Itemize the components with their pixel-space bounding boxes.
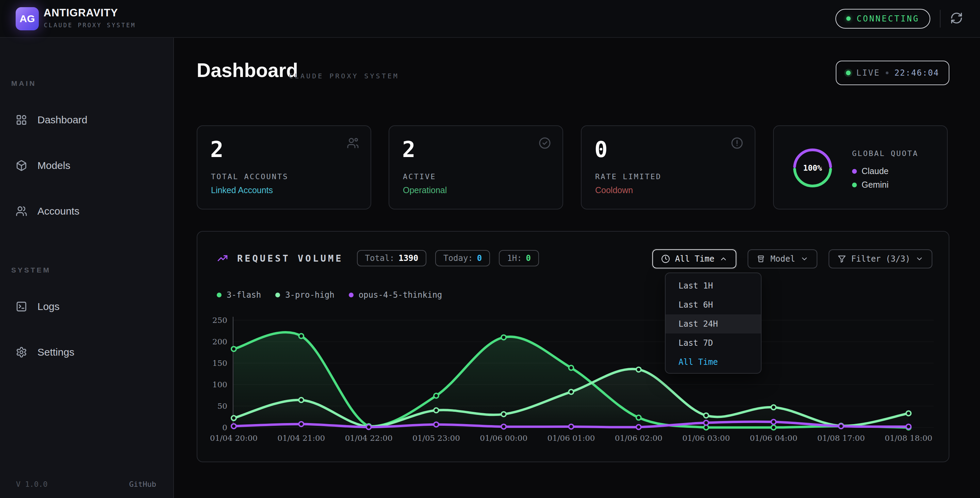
quota-legend-label: Gemini: [862, 180, 888, 190]
live-status-badge: LIVE 22:46:04: [836, 61, 950, 85]
github-link[interactable]: GitHub: [129, 480, 156, 488]
live-time: 22:46:04: [894, 68, 939, 78]
connection-status-label: CONNECTING: [857, 14, 920, 24]
dropdown-item-last-6h[interactable]: Last 6H: [666, 295, 761, 314]
quota-legend-claude: Claude: [852, 166, 888, 176]
quota-percent: 100%: [791, 147, 834, 189]
page-title: Dashboard: [197, 59, 298, 81]
separator-dot: [886, 72, 888, 74]
stat-card-rate-limited: 0 RATE LIMITED Cooldown: [581, 125, 756, 209]
svg-text:01/06 01:00: 01/06 01:00: [547, 434, 595, 442]
stat-label: TOTAL ACCOUNTS: [211, 172, 288, 181]
svg-text:01/06 02:00: 01/06 02:00: [615, 434, 662, 442]
svg-text:01/05 23:00: 01/05 23:00: [412, 434, 460, 442]
app-version: V 1.0.0: [16, 480, 48, 488]
model-filter-button[interactable]: Model: [748, 249, 817, 268]
sidebar-section-main: MAIN: [11, 79, 37, 88]
topbar-right: CONNECTING: [835, 0, 963, 37]
stat-label: ACTIVE: [403, 172, 436, 181]
svg-text:01/06 00:00: 01/06 00:00: [480, 434, 527, 442]
dropdown-item-last-1h[interactable]: Last 1H: [666, 276, 761, 295]
live-dot-icon: [846, 70, 851, 75]
dropdown-item-last-7d[interactable]: Last 7D: [666, 334, 761, 353]
svg-text:01/04 22:00: 01/04 22:00: [345, 434, 393, 442]
svg-text:0: 0: [222, 423, 227, 432]
terminal-icon: [16, 301, 27, 312]
connection-status-badge: CONNECTING: [835, 9, 931, 29]
stat-label: RATE LIMITED: [595, 172, 662, 181]
svg-text:01/06 03:00: 01/06 03:00: [682, 434, 730, 442]
badge-label: Today:: [443, 254, 473, 263]
dropdown-item-last-24h[interactable]: Last 24H: [666, 314, 761, 334]
time-range-dropdown: Last 1H Last 6H Last 24H Last 7D All Tim…: [665, 273, 762, 374]
refresh-button[interactable]: [950, 11, 963, 26]
hour-badge: 1H: 0: [499, 250, 539, 267]
status-dot-icon: [846, 16, 851, 21]
svg-text:150: 150: [212, 359, 227, 367]
page-subtitle: CLAUDE PROXY SYSTEM: [289, 72, 399, 80]
sidebar: MAIN Dashboard Models Accounts SYSTEM Lo: [0, 38, 174, 498]
sidebar-item-dashboard[interactable]: Dashboard: [5, 109, 169, 131]
svg-text:200: 200: [212, 337, 227, 346]
box-icon: [756, 254, 765, 263]
stat-card-active: 2 ACTIVE Operational: [388, 125, 563, 209]
svg-text:01/04 21:00: 01/04 21:00: [277, 434, 325, 442]
total-badge: Total: 1390: [357, 250, 427, 267]
divider: [940, 10, 940, 27]
sidebar-item-label: Settings: [37, 346, 74, 358]
chevron-down-icon: [800, 255, 808, 263]
svg-text:50: 50: [218, 402, 227, 410]
dropdown-item-all-time[interactable]: All Time: [666, 353, 761, 372]
main-content: Dashboard CLAUDE PROXY SYSTEM LIVE 22:46…: [174, 38, 980, 498]
sidebar-item-models[interactable]: Models: [5, 154, 169, 177]
series-dot-icon: [275, 293, 280, 297]
series-dot-icon: [349, 293, 353, 297]
refresh-icon: [950, 11, 963, 26]
stat-value: 2: [210, 137, 224, 162]
svg-text:01/06 04:00: 01/06 04:00: [749, 434, 797, 442]
sidebar-item-label: Models: [37, 160, 70, 171]
app-title: ANTIGRAVITY: [43, 7, 118, 19]
quota-label: GLOBAL QUOTA: [852, 149, 918, 158]
chart-controls: All Time Model: [652, 249, 932, 268]
sidebar-item-label: Logs: [37, 301, 60, 312]
time-range-label: All Time: [675, 254, 714, 263]
chart-legend: 3-flash 3-pro-high opus-4-5-thinking: [217, 290, 442, 300]
chart-title: REQUEST VOLUME: [237, 253, 343, 263]
sidebar-item-logs[interactable]: Logs: [5, 295, 169, 318]
sidebar-item-accounts[interactable]: Accounts: [5, 200, 169, 222]
sidebar-item-label: Accounts: [37, 205, 79, 217]
global-quota-card: 100% GLOBAL QUOTA Claude Gemini: [773, 125, 948, 209]
svg-text:250: 250: [212, 316, 227, 325]
app-subtitle: CLAUDE PROXY SYSTEM: [44, 22, 136, 29]
cube-icon: [16, 160, 27, 171]
chevron-up-icon: [719, 255, 727, 263]
live-label: LIVE: [856, 68, 880, 78]
sidebar-section-system: SYSTEM: [11, 266, 51, 274]
funnel-icon: [837, 254, 846, 263]
stat-value: 0: [595, 137, 608, 162]
legend-item-opus: opus-4-5-thinking: [349, 290, 442, 300]
quota-ring: 100%: [791, 147, 834, 189]
sidebar-item-settings[interactable]: Settings: [5, 341, 169, 364]
gemini-dot-icon: [852, 183, 857, 187]
claude-dot-icon: [852, 169, 857, 174]
time-range-button[interactable]: All Time: [652, 249, 737, 268]
badge-label: Total:: [365, 254, 395, 263]
today-badge: Today: 0: [435, 250, 490, 267]
stat-sublabel: Linked Accounts: [211, 185, 273, 195]
legend-label: 3-pro-high: [285, 290, 334, 300]
stat-sublabel: Operational: [403, 185, 447, 195]
topbar: AG ANTIGRAVITY CLAUDE PROXY SYSTEM CONNE…: [0, 0, 980, 38]
filter-button[interactable]: Filter (3/3): [829, 249, 932, 268]
trending-up-icon: [217, 252, 228, 264]
legend-item-3-flash: 3-flash: [217, 290, 261, 300]
stat-value: 2: [402, 137, 415, 162]
badge-value: 0: [526, 254, 531, 263]
svg-text:01/08 17:00: 01/08 17:00: [817, 434, 865, 442]
sidebar-item-label: Dashboard: [37, 114, 88, 126]
app-logo: AG: [16, 7, 39, 30]
logo-text: AG: [20, 13, 35, 24]
badge-value: 1390: [398, 254, 418, 263]
gear-icon: [16, 346, 27, 358]
